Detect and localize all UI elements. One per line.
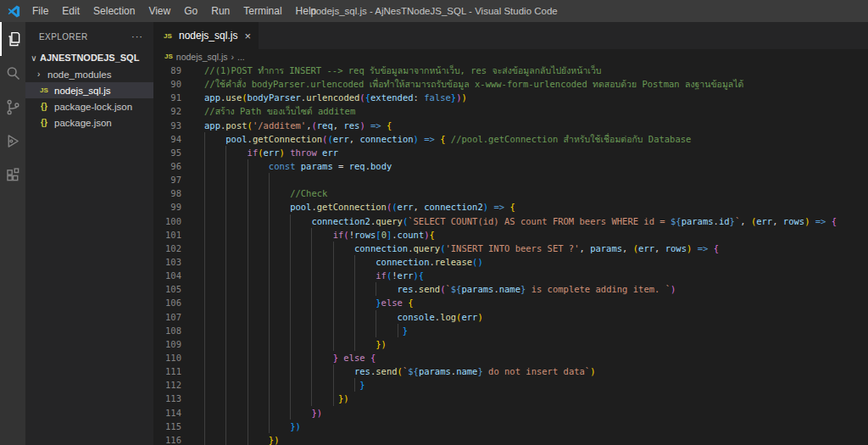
- indent-guide: [269, 200, 290, 214]
- indent-guide: [290, 324, 311, 337]
- code-line[interactable]: 95if(err) throw err: [153, 146, 868, 159]
- code-line[interactable]: 108}: [153, 324, 868, 337]
- indent-guide: [248, 255, 269, 269]
- indent-guide: [225, 351, 247, 364]
- code-line[interactable]: 89//(1)POST ทำการ INSERT --> req รับข้อม…: [153, 64, 868, 77]
- code-line[interactable]: 91app.use(bodyParser.urlencoded({extende…: [153, 91, 868, 104]
- breadcrumb[interactable]: JS nodejs_sql.js › ...: [153, 49, 868, 64]
- sidebar-item-node-modules[interactable]: ›node_modules: [25, 66, 153, 82]
- code-token: err: [756, 216, 772, 226]
- code-line[interactable]: 93app.post('/additem',(req, res) => {: [153, 119, 868, 132]
- code-token: extended: [370, 92, 414, 103]
- indent-guide: [333, 324, 354, 337]
- sidebar-item-root-folder[interactable]: ∨ AJNESTNODEJS_SQL: [25, 49, 153, 66]
- code-line[interactable]: 116}): [153, 433, 868, 445]
- indent-guide: [290, 378, 311, 392]
- code-line[interactable]: 115}): [153, 420, 868, 433]
- indent-guide: [354, 337, 376, 351]
- line-number: 91: [153, 91, 181, 104]
- code-token: connection: [359, 134, 413, 144]
- extensions-icon[interactable]: [0, 158, 25, 192]
- code-line[interactable]: 98//Check: [153, 186, 868, 200]
- menu-file[interactable]: File: [25, 0, 55, 22]
- code-line[interactable]: 106}else {: [153, 296, 868, 309]
- menu-run[interactable]: Run: [204, 0, 236, 22]
- breadcrumb-symbol[interactable]: ...: [237, 52, 245, 62]
- indent-guide: [248, 337, 269, 351]
- code-line[interactable]: 110} else {: [153, 351, 868, 364]
- code-token: rows: [354, 230, 376, 240]
- code-line[interactable]: 114}): [153, 406, 868, 420]
- code-line[interactable]: 111res.send(`${params.name} do not inser…: [153, 364, 868, 378]
- code-token: ): [381, 339, 387, 349]
- code-token: req: [349, 161, 365, 171]
- explorer-icon[interactable]: [0, 22, 25, 56]
- code-token: params: [419, 366, 451, 376]
- line-number: 104: [153, 269, 181, 282]
- indent-guide: [204, 364, 225, 378]
- indent-guide: [269, 406, 290, 420]
- tab-nodejs_sql-js[interactable]: JS nodejs_sql.js ×: [153, 22, 259, 49]
- indent-guide: [269, 296, 290, 309]
- indent-guide: [354, 310, 376, 324]
- code-line[interactable]: 94pool.getConnection((err, connection) =…: [153, 132, 868, 146]
- code-line[interactable]: 96const params = req.body: [153, 159, 868, 173]
- code-token: ,: [580, 243, 591, 253]
- code-line[interactable]: 102connection.query('INSERT INTO beers S…: [153, 242, 868, 255]
- indent-guide: [225, 228, 247, 242]
- search-icon[interactable]: [0, 56, 25, 90]
- code-line[interactable]: 99pool.getConnection((err, connection2) …: [153, 200, 868, 214]
- indent-guide: [311, 337, 332, 351]
- indent-guide: [311, 282, 332, 296]
- code-line[interactable]: 105res.send(`${params.name} is complete …: [153, 282, 868, 296]
- line-number: 99: [153, 200, 181, 214]
- menu-edit[interactable]: Edit: [55, 0, 86, 22]
- code-token: false: [424, 92, 451, 103]
- indent-guide: [225, 310, 247, 324]
- close-icon[interactable]: ×: [244, 30, 251, 42]
- code-line[interactable]: 113}): [153, 392, 868, 405]
- indent-guide: [225, 364, 247, 378]
- code-line[interactable]: 109}): [153, 337, 868, 351]
- indent-guide: [225, 159, 247, 173]
- run-and-debug-icon[interactable]: [0, 124, 25, 158]
- code-area[interactable]: 89//(1)POST ทำการ INSERT --> req รับข้อม…: [153, 64, 868, 445]
- code-token: err: [333, 134, 349, 144]
- code-token: body: [370, 161, 392, 171]
- menu-view[interactable]: View: [142, 0, 177, 22]
- sidebar-item-package-json[interactable]: {}package.json: [25, 114, 153, 131]
- source-control-icon[interactable]: [0, 90, 25, 124]
- explorer-title: EXPLORER: [39, 32, 88, 42]
- file-label: node_modules: [47, 70, 111, 80]
- indent-guide: [248, 392, 269, 405]
- code-token: err: [317, 147, 338, 158]
- code-line[interactable]: 92//สร้าง Path ของเว็บไซต์ additem: [153, 104, 868, 118]
- menu-terminal[interactable]: Terminal: [236, 0, 288, 22]
- menu-go[interactable]: Go: [177, 0, 204, 22]
- explorer-actions-icon[interactable]: ···: [131, 31, 143, 42]
- line-number: 98: [153, 186, 181, 200]
- code-token: ): [590, 366, 595, 376]
- code-token: ${: [408, 366, 419, 376]
- code-line[interactable]: 104if(!err){: [153, 269, 868, 282]
- window-title: nodejs_sql.js - AjNesTNodeJS_SQL - Visua…: [310, 6, 558, 16]
- file-label: package.json: [54, 118, 112, 128]
- code-line[interactable]: 100connection2.query(`SELECT COUNT(id) A…: [153, 214, 868, 228]
- code-line[interactable]: 112}: [153, 378, 868, 392]
- code-line[interactable]: 90//ใช้คำสั่ง bodyParser.urlencoded เพื่…: [153, 77, 868, 91]
- breadcrumb-file[interactable]: nodejs_sql.js: [176, 52, 228, 62]
- indent-guide: [333, 310, 354, 324]
- sidebar-item-package-lock-json[interactable]: {}package-lock.json: [25, 98, 153, 114]
- line-number: 106: [153, 296, 181, 309]
- indent-guide: [269, 228, 290, 242]
- indent-guide: [376, 282, 397, 296]
- code-token: res: [398, 284, 414, 294]
- code-line[interactable]: 103connection.release(): [153, 255, 868, 269]
- code-line[interactable]: 107console.log(err): [153, 310, 868, 324]
- menu-selection[interactable]: Selection: [86, 0, 142, 22]
- code-token: else: [381, 298, 403, 308]
- indent-guide: [225, 242, 247, 255]
- code-line[interactable]: 101if(!rows[0].count){: [153, 228, 868, 242]
- code-line[interactable]: 97: [153, 173, 868, 186]
- sidebar-item-nodejs-sql-js[interactable]: JSnodejs_sql.js: [25, 82, 153, 98]
